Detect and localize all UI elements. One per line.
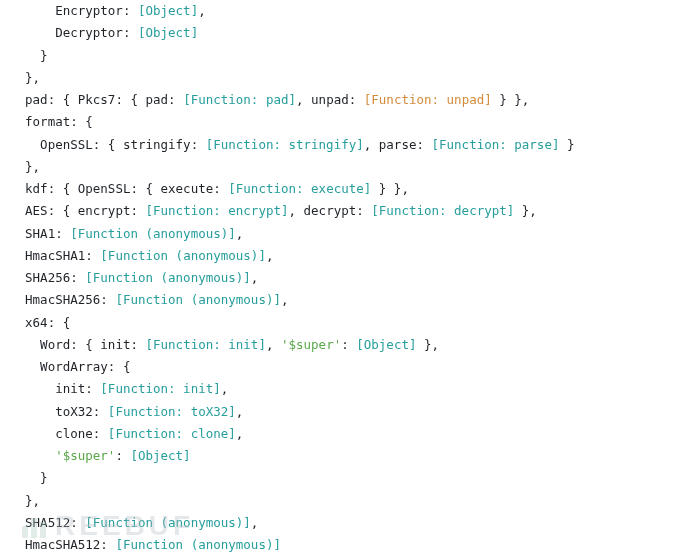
- line: '$super': [Object]: [10, 448, 191, 463]
- val-object: [Object]: [356, 337, 416, 352]
- line: kdf: { OpenSSL: { execute: [Function: ex…: [10, 181, 409, 196]
- val-fanon: [Function (anonymous)]: [100, 248, 266, 263]
- line: WordArray: {: [10, 359, 130, 374]
- key-decryptor: Decryptor: [55, 25, 123, 40]
- val-fencrypt: [Function: encrypt]: [146, 203, 289, 218]
- key-sha512: SHA512: [25, 515, 70, 530]
- val-fparse: [Function: parse]: [432, 137, 560, 152]
- key-unpad: unpad: [311, 92, 349, 107]
- key-aes: AES: [25, 203, 48, 218]
- line: SHA512: [Function (anonymous)],: [10, 515, 258, 530]
- key-parse: parse: [379, 137, 417, 152]
- line: Word: { init: [Function: init], '$super'…: [10, 337, 439, 352]
- key-sha1: SHA1: [25, 226, 55, 241]
- val-finit: [Function: init]: [100, 381, 220, 396]
- val-fanon: [Function (anonymous)]: [115, 537, 281, 552]
- val-fanon: [Function (anonymous)]: [85, 270, 251, 285]
- key-init: init: [100, 337, 130, 352]
- val-fstringify: [Function: stringify]: [206, 137, 364, 152]
- key-encrypt: encrypt: [78, 203, 131, 218]
- line: Decryptor: [Object]: [10, 25, 198, 40]
- key-decrypt: decrypt: [304, 203, 357, 218]
- key-pad: pad: [25, 92, 48, 107]
- line: SHA1: [Function (anonymous)],: [10, 226, 243, 241]
- key-tox32: toX32: [55, 404, 93, 419]
- key-super: '$super': [281, 337, 341, 352]
- val-fpad: [Function: pad]: [183, 92, 296, 107]
- val-object: [Object]: [138, 25, 198, 40]
- key-init: init: [55, 381, 85, 396]
- key-clone: clone: [55, 426, 93, 441]
- val-finit: [Function: init]: [146, 337, 266, 352]
- line: x64: {: [10, 315, 70, 330]
- line: HmacSHA1: [Function (anonymous)],: [10, 248, 273, 263]
- key-format: format: [25, 114, 70, 129]
- key-hmacsha256: HmacSHA256: [25, 292, 100, 307]
- code-block: Encryptor: [Object], Decryptor: [Object]…: [0, 0, 690, 560]
- key-pad-inner: pad: [146, 92, 169, 107]
- val-fclone: [Function: clone]: [108, 426, 236, 441]
- line: SHA256: [Function (anonymous)],: [10, 270, 258, 285]
- key-hmacsha1: HmacSHA1: [25, 248, 85, 263]
- key-word: Word: [40, 337, 70, 352]
- key-wordarray: WordArray: [40, 359, 108, 374]
- val-fdecrypt: [Function: decrypt]: [371, 203, 514, 218]
- val-fanon: [Function (anonymous)]: [115, 292, 281, 307]
- val-fanon: [Function (anonymous)]: [85, 515, 251, 530]
- val-fexecute: [Function: execute]: [228, 181, 371, 196]
- key-kdf: kdf: [25, 181, 48, 196]
- val-funpad: [Function: unpad]: [364, 92, 492, 107]
- key-sha256: SHA256: [25, 270, 70, 285]
- key-super: '$super': [55, 448, 115, 463]
- line: toX32: [Function: toX32],: [10, 404, 243, 419]
- line: AES: { encrypt: [Function: encrypt], dec…: [10, 203, 537, 218]
- line: pad: { Pkcs7: { pad: [Function: pad], un…: [10, 92, 529, 107]
- line: HmacSHA256: [Function (anonymous)],: [10, 292, 289, 307]
- line: }: [10, 48, 48, 63]
- line: HmacSHA512: [Function (anonymous)]: [10, 537, 281, 552]
- line: },: [10, 159, 40, 174]
- key-pkcs7: Pkcs7: [78, 92, 116, 107]
- key-stringify: stringify: [123, 137, 191, 152]
- val-fanon: [Function (anonymous)]: [70, 226, 236, 241]
- line: init: [Function: init],: [10, 381, 228, 396]
- key-openssl: OpenSSL: [78, 181, 131, 196]
- val-object: [Object]: [130, 448, 190, 463]
- key-openssl: OpenSSL: [40, 137, 93, 152]
- line: clone: [Function: clone],: [10, 426, 243, 441]
- key-x64: x64: [25, 315, 48, 330]
- val-ftox32: [Function: toX32]: [108, 404, 236, 419]
- line: },: [10, 70, 40, 85]
- line: }: [10, 470, 48, 485]
- key-hmacsha512: HmacSHA512: [25, 537, 100, 552]
- val-object: [Object]: [138, 3, 198, 18]
- key-execute: execute: [161, 181, 214, 196]
- line: OpenSSL: { stringify: [Function: stringi…: [10, 137, 575, 152]
- line: },: [10, 493, 40, 508]
- line: format: {: [10, 114, 93, 129]
- line: Encryptor: [Object],: [10, 3, 206, 18]
- key-encryptor: Encryptor: [55, 3, 123, 18]
